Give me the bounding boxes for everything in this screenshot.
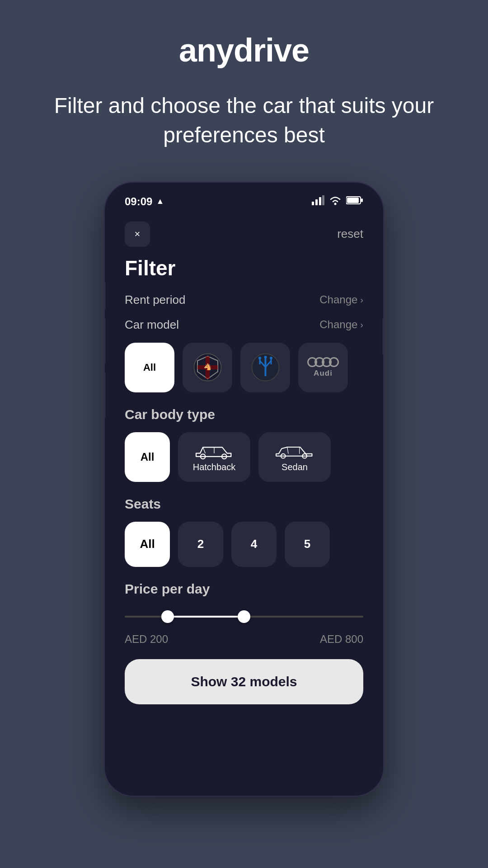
svg-point-4 — [334, 203, 337, 205]
svg-point-19 — [264, 356, 267, 359]
brand-chip-maserati[interactable] — [240, 343, 290, 392]
car-model-label: Car model — [125, 318, 179, 332]
seat-chip-4[interactable]: 4 — [231, 522, 277, 567]
svg-rect-1 — [315, 199, 318, 205]
brand-chip-all[interactable]: All — [125, 343, 174, 392]
reset-button[interactable]: reset — [337, 227, 363, 241]
price-min-label: AED 200 — [125, 633, 168, 646]
seat-chip-5[interactable]: 5 — [285, 522, 330, 567]
seat-chip-all[interactable]: All — [125, 522, 170, 567]
seats-label: Seats — [125, 496, 363, 512]
svg-point-18 — [258, 357, 261, 359]
show-button-container: Show 32 models — [125, 659, 363, 722]
seats-selector: All 2 4 5 — [125, 522, 363, 567]
volume-up-button — [104, 318, 106, 363]
phone-content: × reset Filter Rent period Change › Car … — [105, 212, 383, 796]
car-model-change[interactable]: Change › — [319, 318, 363, 331]
car-body-type-label: Car body type — [125, 407, 363, 422]
app-subtitle: Filter and choose the car that suits you… — [0, 91, 488, 150]
show-models-button[interactable]: Show 32 models — [125, 659, 363, 704]
slider-thumb-min[interactable] — [161, 610, 174, 623]
rent-period-row[interactable]: Rent period Change › — [125, 293, 363, 307]
sedan-label: Sedan — [282, 462, 308, 472]
battery-icon — [346, 196, 363, 208]
body-all-label: All — [141, 451, 155, 463]
seat-5-label: 5 — [304, 537, 310, 551]
svg-text:🐴: 🐴 — [204, 363, 212, 371]
body-chip-all[interactable]: All — [125, 432, 170, 482]
seat-chip-2[interactable]: 2 — [178, 522, 223, 567]
porsche-logo-icon: 🐴 — [193, 353, 222, 382]
price-per-day-label: Price per day — [125, 581, 363, 597]
phone-frame: 09:09 ▲ — [104, 182, 384, 797]
app-title: anydrive — [179, 32, 309, 69]
maserati-logo-icon — [251, 353, 280, 382]
brand-all-label: All — [143, 362, 156, 373]
car-model-row[interactable]: Car model Change › — [125, 318, 363, 332]
seat-4-label: 4 — [251, 537, 257, 551]
close-button[interactable]: × — [125, 222, 150, 247]
body-chip-sedan[interactable]: Sedan — [258, 432, 331, 482]
status-icons — [312, 195, 363, 208]
mute-button — [104, 282, 106, 309]
rent-period-change-label: Change — [319, 293, 357, 306]
price-slider[interactable] — [125, 608, 363, 626]
svg-rect-2 — [319, 197, 321, 205]
brand-chip-audi[interactable]: Audi — [298, 343, 348, 392]
svg-rect-3 — [322, 195, 324, 205]
seat-all-label: All — [140, 537, 155, 551]
wifi-icon — [329, 195, 342, 208]
svg-rect-7 — [347, 198, 359, 203]
chevron-right-icon-2: › — [360, 320, 363, 330]
rent-period-change[interactable]: Change › — [319, 293, 363, 306]
slider-thumb-max[interactable] — [238, 610, 250, 623]
time-display: 09:09 — [125, 195, 152, 208]
slider-fill — [168, 616, 244, 618]
seat-2-label: 2 — [197, 537, 204, 551]
price-labels: AED 200 AED 800 — [125, 633, 363, 646]
price-max-label: AED 800 — [320, 633, 363, 646]
status-bar: 09:09 ▲ — [105, 183, 383, 212]
rent-period-label: Rent period — [125, 293, 185, 307]
chevron-right-icon: › — [360, 295, 363, 305]
brand-selector: All 🐴 — [125, 343, 363, 392]
audi-logo-icon — [307, 357, 339, 367]
body-chip-hatchback[interactable]: Hatchback — [178, 432, 250, 482]
filter-title: Filter — [125, 256, 363, 280]
power-button — [382, 318, 384, 354]
filter-header: × reset — [125, 222, 363, 247]
sedan-icon — [274, 441, 315, 459]
body-type-selector: All Hatchback — [125, 432, 363, 482]
svg-rect-0 — [312, 202, 314, 205]
svg-point-20 — [270, 357, 272, 359]
location-icon: ▲ — [156, 197, 164, 206]
brand-chip-porsche[interactable]: 🐴 — [183, 343, 232, 392]
volume-down-button — [104, 373, 106, 418]
hatchback-icon — [194, 441, 235, 459]
hatchback-label: Hatchback — [193, 462, 236, 472]
svg-rect-6 — [361, 198, 363, 202]
car-model-change-label: Change — [319, 318, 357, 331]
status-time: 09:09 ▲ — [125, 195, 164, 208]
signal-icon — [312, 195, 324, 208]
